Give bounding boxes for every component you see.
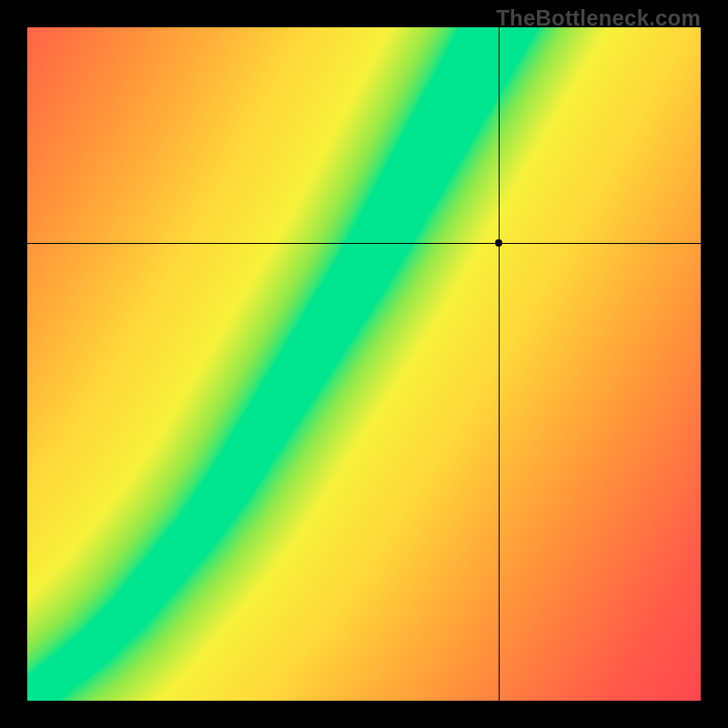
crosshair-vertical: [499, 27, 500, 701]
watermark-text: TheBottleneck.com: [496, 5, 701, 31]
plot-area: [27, 27, 701, 701]
selection-marker: [495, 239, 502, 247]
chart-frame: TheBottleneck.com: [0, 0, 728, 728]
heatmap-canvas: [27, 27, 701, 701]
crosshair-horizontal: [27, 243, 701, 244]
